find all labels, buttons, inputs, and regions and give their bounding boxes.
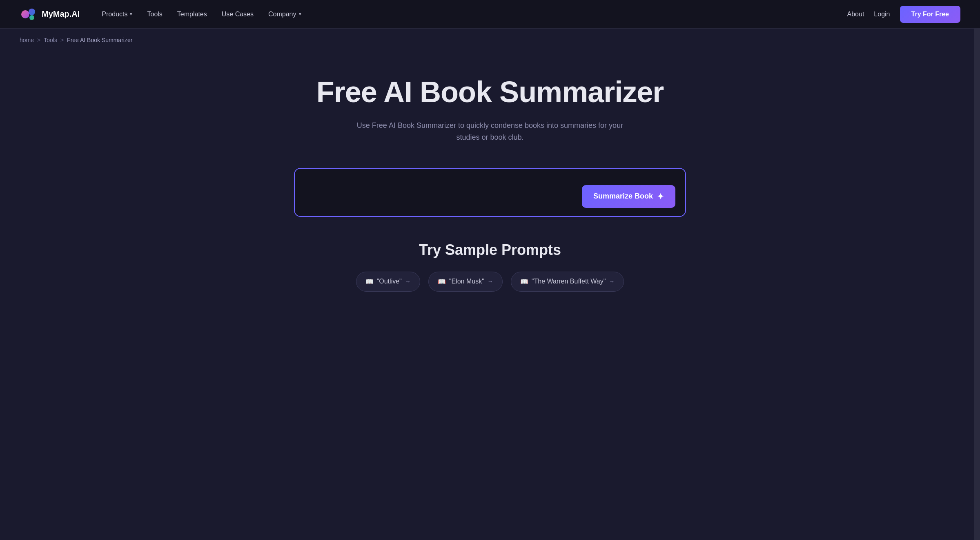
- scrollbar[interactable]: [974, 0, 980, 540]
- breadcrumb-separator-1: >: [37, 37, 40, 43]
- chevron-down-icon: ▾: [130, 11, 132, 17]
- nav-item-company[interactable]: Company ▾: [263, 7, 307, 21]
- sample-prompt-outlive-label: "Outlive": [377, 278, 402, 285]
- nav-item-templates[interactable]: Templates: [172, 7, 213, 21]
- svg-point-0: [21, 10, 29, 18]
- sample-prompts-title: Try Sample Prompts: [419, 241, 561, 259]
- summarize-button[interactable]: Summarize Book ✦: [582, 185, 675, 208]
- breadcrumb-current: Free AI Book Summarizer: [67, 37, 132, 43]
- input-area: Summarize Book ✦: [294, 168, 686, 217]
- nav-right: About Login Try For Free: [847, 6, 960, 23]
- try-for-free-button[interactable]: Try For Free: [900, 6, 960, 23]
- nav-item-products[interactable]: Products ▾: [96, 7, 138, 21]
- nav-links: Products ▾ Tools Templates Use Cases Com…: [96, 7, 847, 21]
- logo-text: MyMap.AI: [42, 9, 80, 19]
- breadcrumb-separator-2: >: [60, 37, 64, 43]
- nav-item-use-cases[interactable]: Use Cases: [216, 7, 259, 21]
- book-input[interactable]: [305, 183, 575, 208]
- logo-link[interactable]: MyMap.AI: [20, 5, 80, 23]
- summarize-button-label: Summarize Book: [593, 192, 653, 201]
- sample-prompt-outlive[interactable]: 📖 "Outlive" →: [356, 272, 420, 292]
- book-icon-warren-buffett: 📖: [520, 278, 528, 286]
- chevron-down-icon: ▾: [299, 11, 301, 17]
- arrow-icon-warren-buffett: →: [609, 278, 615, 285]
- svg-point-1: [29, 9, 35, 15]
- arrow-icon-outlive: →: [405, 278, 411, 285]
- breadcrumb-home[interactable]: home: [20, 37, 34, 43]
- page-title: Free AI Book Summarizer: [316, 76, 664, 108]
- sample-prompts-list: 📖 "Outlive" → 📖 "Elon Musk" → 📖 "The War…: [356, 272, 624, 292]
- sparkle-icon: ✦: [657, 192, 664, 201]
- sample-prompts-section: Try Sample Prompts 📖 "Outlive" → 📖 "Elon…: [224, 241, 756, 292]
- sample-prompt-warren-buffett[interactable]: 📖 "The Warren Buffett Way" →: [511, 272, 624, 292]
- sample-prompt-elon-musk[interactable]: 📖 "Elon Musk" →: [428, 272, 503, 292]
- sample-prompt-elon-musk-label: "Elon Musk": [449, 278, 484, 285]
- breadcrumb-tools[interactable]: Tools: [44, 37, 57, 43]
- page-subtitle: Use Free AI Book Summarizer to quickly c…: [347, 120, 633, 143]
- main-content: Free AI Book Summarizer Use Free AI Book…: [204, 51, 776, 324]
- nav-item-tools[interactable]: Tools: [141, 7, 168, 21]
- book-icon-elon-musk: 📖: [438, 278, 446, 286]
- navbar: MyMap.AI Products ▾ Tools Templates Use …: [0, 0, 980, 29]
- nav-login-link[interactable]: Login: [874, 11, 890, 18]
- nav-about-link[interactable]: About: [847, 11, 864, 18]
- book-icon-outlive: 📖: [365, 278, 374, 286]
- breadcrumb: home > Tools > Free AI Book Summarizer: [0, 29, 980, 51]
- svg-point-2: [29, 15, 34, 20]
- arrow-icon-elon-musk: →: [488, 278, 493, 285]
- sample-prompt-warren-buffett-label: "The Warren Buffett Way": [532, 278, 606, 285]
- logo-icon: [20, 5, 38, 23]
